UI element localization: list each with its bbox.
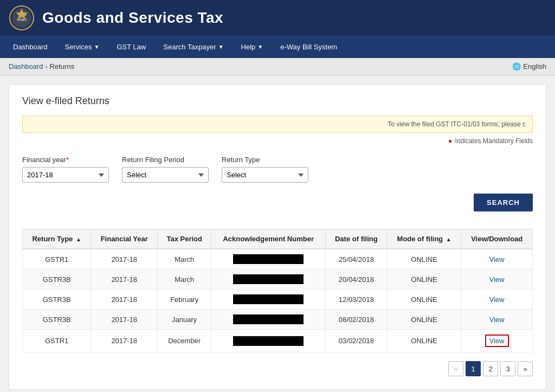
notice-bar: To view the filed GST ITC-01/03 forms; p… [22,115,533,133]
nav-gst-law[interactable]: GST Law [108,35,154,58]
view-link[interactable]: View [489,275,505,284]
cell-mode-filing: ONLINE [387,290,461,310]
table-row: GSTR3B2017-18March20/04/2018ONLINEView [23,269,533,290]
app-title: Goods and Services Tax [42,9,223,27]
nav-search-taxpayer[interactable]: Search Taxpayer ▼ [154,35,232,58]
return-type-select[interactable]: Select [222,167,308,183]
breadcrumb-dashboard[interactable]: Dashboard [9,62,43,70]
sort-arrow-mode-filing: ▲ [446,236,451,242]
cell-return-type: GSTR1 [23,330,91,352]
sort-arrow-return-type: ▲ [76,236,81,242]
nav-eway-bill[interactable]: e-Way Bill System [272,35,346,58]
return-type-label: Return Type [222,156,308,164]
return-period-select[interactable]: Select [122,167,209,183]
main-navbar: Dashboard Services ▼ GST Law Search Taxp… [0,35,555,58]
cell-date-filing: 12/03/2018 [326,290,388,310]
cell-return-type: GSTR1 [23,249,91,269]
cell-return-type: GSTR3B [23,310,91,330]
cell-view[interactable]: View [461,290,533,310]
nav-dashboard[interactable]: Dashboard [4,35,56,58]
pagination-page-3[interactable]: 3 [500,361,515,376]
table-row: GSTR12017-18December03/02/2018ONLINEView [23,330,533,352]
breadcrumb: Dashboard › Returns [9,62,74,70]
th-mode-filing[interactable]: Mode of filing ▲ [387,229,461,249]
cell-financial-year: 2017-18 [91,249,158,269]
cell-financial-year: 2017-18 [91,330,158,352]
nav-help[interactable]: Help ▼ [233,35,272,58]
redacted-value [233,314,304,324]
pagination-page-1[interactable]: 1 [466,361,481,376]
mandatory-dot: ● [448,137,452,145]
cell-date-filing: 25/04/2018 [326,249,388,269]
view-link[interactable]: View [489,316,505,324]
pagination-page-2[interactable]: 2 [483,361,498,376]
breadcrumb-bar: Dashboard › Returns 🌐 English [0,58,555,75]
table-header-row: Return Type ▲ Financial Year Tax Period … [23,229,533,249]
cell-ack-number [211,269,326,290]
redacted-value [233,274,304,284]
cell-ack-number [211,249,326,269]
breadcrumb-separator: › [46,63,48,70]
svg-text:सरकार: सरकार [16,18,27,22]
cell-view[interactable]: View [461,330,533,352]
main-content: View e-filed Returns To view the filed G… [0,75,555,392]
search-row: SEARCH [22,194,533,220]
nav-services[interactable]: Services ▼ [56,35,108,58]
th-tax-period: Tax Period [158,229,211,249]
page-title: View e-filed Returns [22,95,533,107]
cell-tax-period: March [158,249,211,269]
content-card: View e-filed Returns To view the filed G… [9,84,546,390]
cell-mode-filing: ONLINE [387,249,461,269]
cell-return-type: GSTR3B [23,269,91,290]
redacted-value [233,294,304,304]
cell-date-filing: 08/02/2018 [326,310,388,330]
cell-tax-period: January [158,310,211,330]
cell-view[interactable]: View [461,269,533,290]
cell-financial-year: 2017-18 [91,269,158,290]
cell-tax-period: February [158,290,211,310]
redacted-value [233,254,304,264]
view-link[interactable]: View [489,295,505,304]
app-logo: भारत सरकार [9,5,35,31]
cell-mode-filing: ONLINE [387,310,461,330]
cell-tax-period: December [158,330,211,352]
cell-mode-filing: ONLINE [387,330,461,352]
globe-icon: 🌐 [512,62,521,70]
cell-financial-year: 2017-18 [91,290,158,310]
search-taxpayer-dropdown-arrow: ▼ [218,44,224,50]
return-period-label: Return Filing Period [122,156,209,164]
financial-year-group: Financial year* 2017-18 2016-17 2018-19 [22,156,109,183]
table-row: GSTR3B2017-18January08/02/2018ONLINEView [23,310,533,330]
view-link[interactable]: View [485,335,509,347]
return-type-group: Return Type Select [222,156,308,183]
cell-tax-period: March [158,269,211,290]
th-financial-year: Financial Year [91,229,158,249]
search-button[interactable]: SEARCH [474,194,533,211]
services-dropdown-arrow: ▼ [94,44,99,50]
financial-year-select[interactable]: 2017-18 2016-17 2018-19 [22,167,109,183]
pagination-next[interactable]: » [518,361,533,376]
required-star: * [66,156,69,164]
th-ack-number: Acknowledgement Number [211,229,326,249]
cell-view[interactable]: View [461,249,533,269]
cell-view[interactable]: View [461,310,533,330]
filter-form: Financial year* 2017-18 2016-17 2018-19 … [22,156,533,183]
breadcrumb-current: Returns [50,62,75,70]
returns-table-container: Return Type ▲ Financial Year Tax Period … [22,229,533,352]
table-row: GSTR3B2017-18February12/03/2018ONLINEVie… [23,290,533,310]
return-period-group: Return Filing Period Select [122,156,209,183]
th-return-type[interactable]: Return Type ▲ [23,229,91,249]
financial-year-label: Financial year* [22,156,109,164]
cell-ack-number [211,330,326,352]
view-link[interactable]: View [489,255,505,264]
app-header: भारत सरकार Goods and Services Tax [0,0,555,35]
cell-mode-filing: ONLINE [387,269,461,290]
language-selector[interactable]: 🌐 English [512,62,546,70]
help-dropdown-arrow: ▼ [257,44,263,50]
th-view-download: View/Download [461,229,533,249]
mandatory-note: ● Indicates Mandatory Fields [22,137,533,145]
pagination-prev[interactable]: « [448,361,463,376]
cell-ack-number [211,290,326,310]
cell-ack-number [211,310,326,330]
cell-date-filing: 20/04/2018 [326,269,388,290]
